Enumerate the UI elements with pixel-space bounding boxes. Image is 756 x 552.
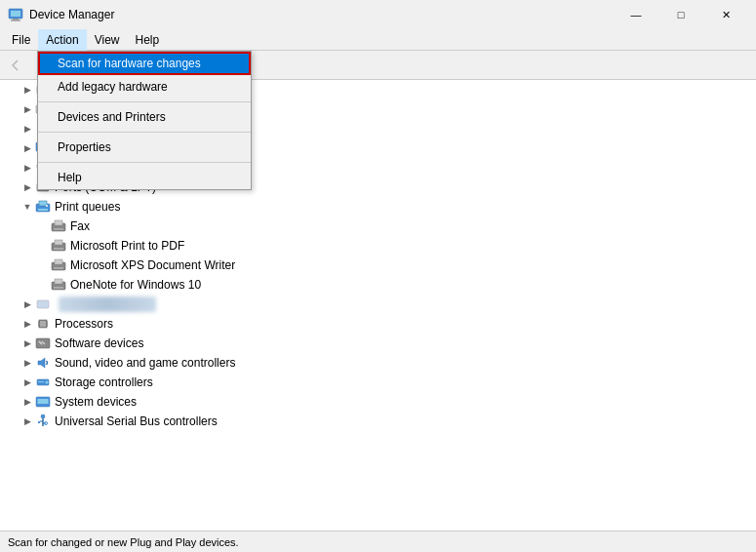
- tree-item-software-devices[interactable]: ▶ Software devices: [0, 334, 756, 353]
- expand-monitors: ▶: [20, 140, 35, 156]
- system-label: System devices: [55, 395, 137, 409]
- svg-rect-42: [54, 228, 63, 230]
- tree-item-storage[interactable]: ▶ Storage controllers: [0, 373, 756, 392]
- processors-icon: [35, 316, 51, 332]
- svg-rect-47: [55, 259, 62, 264]
- add-legacy-hardware-item[interactable]: Add legacy hardware: [38, 75, 251, 99]
- expand-software-devices: ▶: [20, 335, 35, 351]
- dropdown-separator-1: [38, 101, 251, 102]
- expand-print-queues: ▼: [20, 199, 35, 215]
- svg-rect-54: [40, 321, 46, 327]
- tree-item-processors[interactable]: ▶ Processors: [0, 314, 756, 334]
- menu-file[interactable]: File: [4, 29, 38, 51]
- svg-rect-52: [37, 300, 49, 308]
- dropdown-separator-2: [38, 132, 251, 133]
- menu-bar: File Action View Help Scan for hardware …: [0, 29, 756, 51]
- svg-rect-38: [38, 209, 48, 211]
- tree-item-xps[interactable]: Microsoft XPS Document Writer: [0, 256, 756, 275]
- expand-system: ▶: [20, 394, 35, 410]
- properties-item[interactable]: Properties: [38, 136, 251, 159]
- svg-marker-65: [38, 358, 45, 368]
- minimize-button[interactable]: —: [614, 0, 658, 29]
- tree-item-blurred[interactable]: ▶: [0, 295, 756, 314]
- processors-label: Processors: [55, 317, 113, 331]
- maximize-button[interactable]: □: [658, 0, 703, 29]
- title-bar: Device Manager — □ ✕: [0, 0, 756, 29]
- expand-network: ▶: [20, 160, 35, 176]
- expand-xps: [35, 257, 51, 273]
- status-text: Scan for changed or new Plug and Play de…: [8, 536, 239, 548]
- onenote-label: OneNote for Windows 10: [70, 278, 201, 292]
- devices-and-printers-item[interactable]: Devices and Printers: [38, 105, 251, 129]
- tree-item-fax[interactable]: Fax: [0, 217, 756, 236]
- app-icon: [8, 7, 23, 22]
- usb-label: Universal Serial Bus controllers: [55, 414, 218, 428]
- software-devices-label: Software devices: [55, 336, 143, 350]
- svg-rect-45: [54, 248, 63, 250]
- svg-rect-44: [55, 240, 62, 245]
- help-item[interactable]: Help: [38, 166, 251, 189]
- svg-rect-3: [11, 20, 20, 21]
- tree-item-sound[interactable]: ▶ Sound, video and game controllers: [0, 353, 756, 373]
- svg-rect-70: [38, 399, 49, 404]
- svg-rect-50: [55, 279, 62, 284]
- tree-item-system[interactable]: ▶ System devices: [0, 392, 756, 412]
- window-controls: — □ ✕: [614, 0, 748, 29]
- expand-ide: ▶: [20, 82, 35, 98]
- svg-point-39: [46, 205, 48, 207]
- blurred-icon: [35, 296, 51, 312]
- svg-rect-74: [38, 421, 40, 423]
- expand-fax: [35, 218, 51, 234]
- expand-storage: ▶: [20, 375, 35, 390]
- tree-item-print-pdf[interactable]: Microsoft Print to PDF: [0, 236, 756, 256]
- onenote-icon: [51, 277, 66, 293]
- usb-icon: [35, 414, 51, 429]
- back-button[interactable]: [4, 54, 27, 77]
- svg-rect-51: [54, 287, 63, 289]
- xps-icon: [51, 257, 66, 273]
- svg-rect-41: [55, 220, 62, 225]
- menu-help[interactable]: Help: [128, 29, 168, 51]
- svg-rect-37: [39, 201, 47, 206]
- tree-item-usb[interactable]: ▶ Universal Serial Bus controllers: [0, 412, 756, 431]
- tree-item-onenote[interactable]: OneNote for Windows 10: [0, 275, 756, 295]
- expand-print-pdf: [35, 238, 51, 254]
- expand-sound: ▶: [20, 355, 35, 371]
- svg-rect-68: [38, 381, 44, 382]
- svg-point-67: [46, 381, 49, 384]
- action-dropdown-menu: Scan for hardware changes Add legacy har…: [37, 51, 252, 190]
- svg-rect-2: [13, 19, 19, 20]
- close-button[interactable]: ✕: [703, 0, 748, 29]
- storage-label: Storage controllers: [55, 375, 153, 389]
- storage-icon: [35, 375, 51, 390]
- svg-rect-48: [54, 267, 63, 269]
- status-bar: Scan for changed or new Plug and Play de…: [0, 531, 756, 552]
- menu-view[interactable]: View: [87, 29, 128, 51]
- sound-icon: [35, 355, 51, 371]
- print-pdf-label: Microsoft Print to PDF: [70, 239, 184, 253]
- print-pdf-icon: [51, 238, 66, 254]
- expand-usb: ▶: [20, 414, 35, 429]
- menu-action[interactable]: Action: [38, 29, 86, 51]
- svg-rect-1: [11, 11, 20, 17]
- svg-point-71: [41, 414, 45, 418]
- title-text: Device Manager: [29, 8, 114, 21]
- dropdown-separator-3: [38, 162, 251, 163]
- print-queues-icon: [35, 199, 51, 215]
- fax-label: Fax: [70, 219, 90, 233]
- expand-blurred: ▶: [20, 296, 35, 312]
- expand-ports: ▶: [20, 179, 35, 195]
- expand-onenote: [35, 277, 51, 293]
- expand-keyboards: ▶: [20, 101, 35, 117]
- sound-label: Sound, video and game controllers: [55, 356, 235, 370]
- expand-mice: ▶: [20, 121, 35, 137]
- xps-label: Microsoft XPS Document Writer: [70, 258, 235, 272]
- software-devices-icon: [35, 335, 51, 351]
- print-queues-label: Print queues: [55, 200, 120, 214]
- scan-hardware-changes-item[interactable]: Scan for hardware changes: [38, 52, 251, 75]
- system-icon: [35, 394, 51, 410]
- expand-processors: ▶: [20, 316, 35, 332]
- fax-icon: [51, 218, 66, 234]
- blurred-text: [59, 296, 156, 312]
- tree-item-print-queues[interactable]: ▼ Print queues: [0, 197, 756, 217]
